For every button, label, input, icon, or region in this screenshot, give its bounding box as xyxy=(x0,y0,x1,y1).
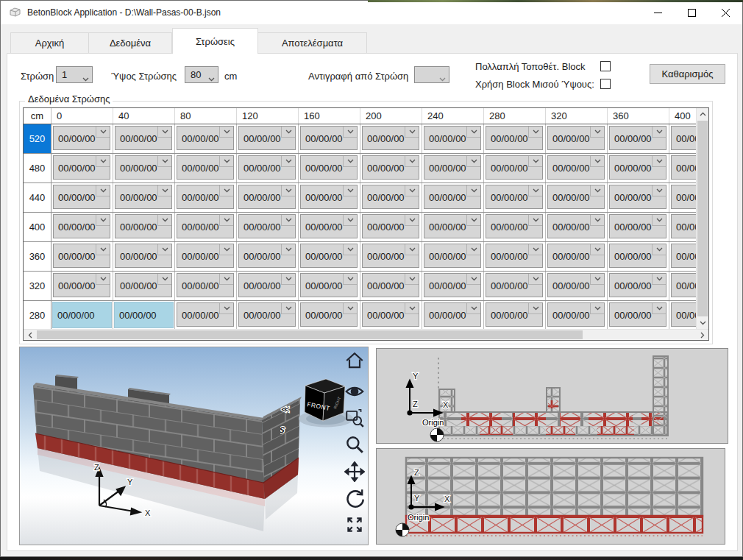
grid-cell[interactable]: 00/00/00 xyxy=(546,301,608,329)
grid-cell[interactable]: 00/00/00 xyxy=(608,242,669,271)
grid-cell[interactable]: 00/00/00 xyxy=(546,272,608,300)
cell-dropdown-arrow-icon[interactable] xyxy=(96,244,110,255)
vertical-scrollbar[interactable] xyxy=(696,108,708,329)
grid-cell[interactable]: 00/00/00 xyxy=(669,183,696,212)
grid-cell-combobox[interactable]: 00/00/00 xyxy=(486,214,543,238)
grid-cell-combobox[interactable]: 00/00/00 xyxy=(424,126,481,150)
cell-dropdown-arrow-icon[interactable] xyxy=(343,156,357,167)
grid-cell-combobox[interactable]: 00/00/00 xyxy=(177,273,234,297)
cell-dropdown-arrow-icon[interactable] xyxy=(405,185,419,196)
grid-cell[interactable]: 00/00/00 xyxy=(175,213,237,241)
grid-cell[interactable]: 00/00/00 xyxy=(422,242,484,271)
cell-dropdown-arrow-icon[interactable] xyxy=(405,303,419,314)
cell-dropdown-arrow-icon[interactable] xyxy=(528,303,542,314)
grid-column-header[interactable]: 120 xyxy=(237,108,299,124)
cell-dropdown-arrow-icon[interactable] xyxy=(96,274,110,285)
cell-dropdown-arrow-icon[interactable] xyxy=(281,215,295,226)
grid-cell[interactable]: 00/00/00 xyxy=(484,242,546,271)
grid-cell-combobox[interactable]: 00/00/00 xyxy=(486,126,543,150)
cell-dropdown-arrow-icon[interactable] xyxy=(590,274,604,285)
cell-dropdown-arrow-icon[interactable] xyxy=(96,185,110,196)
cell-dropdown-arrow-icon[interactable] xyxy=(343,303,357,314)
horizontal-scroll-thumb[interactable] xyxy=(37,330,583,339)
grid-cell[interactable]: 00/00/00 xyxy=(113,213,175,241)
grid-cell-combobox[interactable]: 00/00/00 xyxy=(362,273,419,297)
cell-dropdown-arrow-icon[interactable] xyxy=(652,274,666,285)
eye-view-icon[interactable] xyxy=(344,381,366,403)
grid-cell-combobox[interactable]: 00/00/00 xyxy=(300,185,358,209)
cell-dropdown-arrow-icon[interactable] xyxy=(157,127,171,138)
grid-cell[interactable]: 00/00/00 xyxy=(484,272,546,300)
grid-column-header[interactable]: 0 xyxy=(51,108,113,124)
cell-dropdown-arrow-icon[interactable] xyxy=(528,244,542,255)
cell-dropdown-arrow-icon[interactable] xyxy=(466,156,480,167)
cell-dropdown-arrow-icon[interactable] xyxy=(343,274,357,285)
fullscreen-icon[interactable] xyxy=(344,514,366,536)
grid-cell[interactable]: 00/00/00 xyxy=(360,183,422,212)
cell-dropdown-arrow-icon[interactable] xyxy=(219,156,233,167)
grid-column-header[interactable]: 280 xyxy=(484,108,546,124)
grid-cell-combobox[interactable]: 00/00/00 xyxy=(53,155,110,180)
grid-cell-combobox[interactable]: 00/00/00 xyxy=(424,185,481,209)
layer-select[interactable]: 1 xyxy=(56,66,93,83)
copy-from-layer-select[interactable] xyxy=(414,66,449,83)
grid-cell[interactable]: 00/00/00 xyxy=(299,154,360,182)
grid-cell[interactable]: 00/00/00 xyxy=(669,213,696,241)
grid-column-header[interactable]: 320 xyxy=(546,108,608,124)
grid-cell[interactable]: 00/00/00 xyxy=(546,183,608,212)
grid-cell-combobox[interactable]: 00/00/00 xyxy=(53,185,110,209)
grid-cell-combobox[interactable]: 00/00/00 xyxy=(238,185,296,209)
grid-cell[interactable]: 00/00/00 xyxy=(299,183,360,212)
grid-row-header[interactable]: 400 xyxy=(24,213,51,241)
cell-dropdown-arrow-icon[interactable] xyxy=(343,215,357,226)
cell-dropdown-arrow-icon[interactable] xyxy=(405,244,419,255)
close-icon[interactable] xyxy=(708,1,742,24)
grid-cell-combobox[interactable]: 00/00/00 xyxy=(53,273,110,297)
grid-cell-combobox[interactable]: 00/00/00 xyxy=(486,302,543,327)
grid-cell[interactable]: 00/00/00 xyxy=(237,124,299,153)
grid-cell[interactable]: 00/00/00 xyxy=(608,124,669,153)
cell-dropdown-arrow-icon[interactable] xyxy=(590,244,604,255)
grid-cell-combobox[interactable]: 00/00/00 xyxy=(671,214,696,238)
grid-cell[interactable]: 00/00/00 xyxy=(360,301,422,329)
grid-cell-combobox[interactable]: 00/00/00 xyxy=(609,155,666,180)
grid-cell[interactable]: 00/00/00 xyxy=(608,301,669,329)
cell-dropdown-arrow-icon[interactable] xyxy=(652,244,666,255)
grid-cell-combobox[interactable]: 00/00/00 xyxy=(609,302,666,327)
grid-cell-combobox[interactable]: 00/00/00 xyxy=(177,185,234,209)
grid-cell-combobox[interactable]: 00/00/00 xyxy=(362,126,419,150)
grid-row-header[interactable]: 280 xyxy=(24,301,51,329)
grid-cell[interactable]: 00/00/00 xyxy=(360,272,422,300)
grid-cell-combobox[interactable]: 00/00/00 xyxy=(486,273,543,297)
cell-dropdown-arrow-icon[interactable] xyxy=(652,303,666,314)
cell-dropdown-arrow-icon[interactable] xyxy=(528,156,542,167)
grid-cell-combobox[interactable]: 00/00/00 xyxy=(115,126,172,150)
elevation-rear-panel[interactable]: Z Y X Origin xyxy=(376,448,725,545)
grid-row-header[interactable]: 360 xyxy=(24,242,51,271)
grid-cell-combobox[interactable]: 00/00/00 xyxy=(300,273,358,297)
grid-cell[interactable]: 00/00/00 xyxy=(669,154,696,182)
grid-cell-combobox[interactable]: 00/00/00 xyxy=(547,214,605,238)
minimize-icon[interactable] xyxy=(641,1,675,24)
scroll-right-icon[interactable] xyxy=(696,330,708,340)
grid-cell-combobox[interactable]: 00/00/00 xyxy=(671,244,696,268)
grid-cell-combobox[interactable]: 00/00/00 xyxy=(362,302,419,327)
scroll-left-icon[interactable] xyxy=(24,330,36,340)
tab-home[interactable]: Αρχική xyxy=(10,32,89,54)
grid-cell[interactable]: 00/00/00 xyxy=(113,272,175,300)
grid-cell[interactable]: 00/00/00 xyxy=(51,213,113,241)
cell-dropdown-arrow-icon[interactable] xyxy=(219,185,233,196)
grid-cell[interactable]: 00/00/00 xyxy=(113,301,175,329)
grid-cell-combobox[interactable]: 00/00/00 xyxy=(424,244,481,268)
grid-cell[interactable]: 00/00/00 xyxy=(175,183,237,212)
grid-cell[interactable]: 00/00/00 xyxy=(608,272,669,300)
grid-cell[interactable]: 00/00/00 xyxy=(51,154,113,182)
grid-cell-combobox[interactable]: 00/00/00 xyxy=(115,273,172,297)
grid-cell-combobox[interactable]: 00/00/00 xyxy=(609,214,666,238)
grid-cell[interactable]: 00/00/00 xyxy=(608,213,669,241)
grid-cell-combobox[interactable]: 00/00/00 xyxy=(547,273,605,297)
cell-dropdown-arrow-icon[interactable] xyxy=(281,185,295,196)
grid-cell-combobox[interactable]: 00/00/00 xyxy=(53,126,110,150)
grid-cell[interactable]: 00/00/00 xyxy=(422,183,484,212)
grid-cell[interactable]: 00/00/00 xyxy=(669,124,696,153)
